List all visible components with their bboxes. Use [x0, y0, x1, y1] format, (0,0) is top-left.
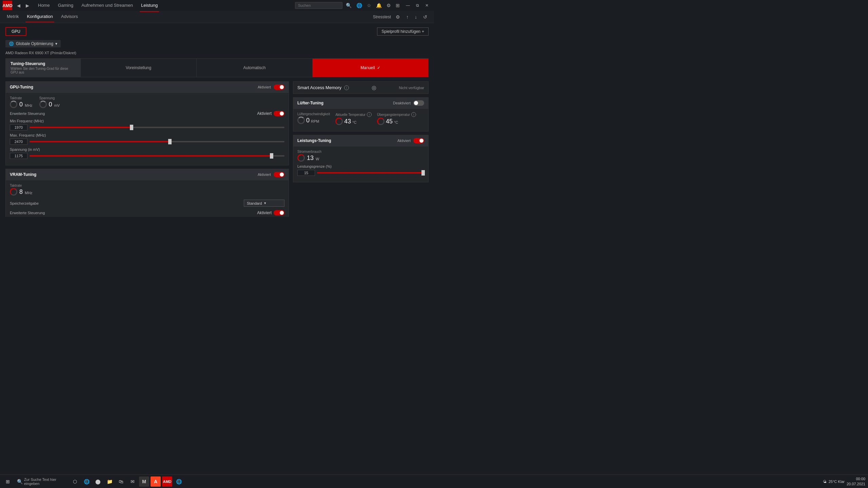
luefter-temp-value-row: 43 °C	[335, 118, 372, 125]
leistungs-status-label: Aktiviert	[397, 139, 411, 143]
luefter-temp-item: Aktuelle Temperatur i 43 °C	[335, 112, 372, 125]
luefter-speed-value: 0	[306, 117, 310, 124]
min-freq-track[interactable]	[29, 127, 284, 128]
maximize-button[interactable]: ⧉	[413, 2, 422, 8]
strom-gauge	[297, 154, 305, 162]
nav-back-button[interactable]: ◀	[15, 2, 22, 9]
tuning-check-icon: ✓	[377, 65, 380, 70]
vram-erweiterte-label: Erweiterte Steuerung	[10, 211, 45, 215]
leistungsgrenze-thumb[interactable]	[421, 170, 425, 176]
leistungsgrenze-slider-container: 15	[297, 170, 424, 176]
add-profile-icon: +	[422, 29, 424, 34]
tuning-manual-option[interactable]: Manuell ✓	[312, 59, 428, 77]
nav-aufnehmen[interactable]: Aufnehmen und Streamen	[80, 0, 134, 12]
gear-icon[interactable]: ⚙	[385, 2, 392, 9]
vram-taktrate-item: Taktrate 8 MHz	[10, 184, 33, 196]
max-freq-track[interactable]	[29, 141, 284, 142]
globe-icon[interactable]: 🌐	[355, 2, 363, 9]
grid-icon[interactable]: ⊞	[394, 2, 401, 9]
spannung-mv-row: Spannung (in mV) 1175	[10, 147, 284, 159]
leistungs-toggle[interactable]	[413, 138, 424, 143]
gpu-button[interactable]: GPU	[5, 27, 26, 36]
global-opt-row: 🌐 Globale Optimierung ▾	[5, 40, 429, 47]
gpu-tuning-body: Taktrate 0 MHz Spannung	[6, 93, 289, 165]
luefter-speed-gauge	[297, 117, 305, 124]
luefter-speed-label: Lüftergeschwindigkeit	[297, 112, 330, 116]
tab-advisors[interactable]: Advisors	[60, 11, 79, 22]
smart-access-memory-row: Smart Access Memory i ◎ Nicht verfügbar	[293, 81, 429, 94]
min-freq-label: Min Frequenz (MHz)	[10, 119, 284, 123]
max-freq-row: Max. Frequenz (MHz) 2470	[10, 133, 284, 145]
gpu-tuning-activate-label: Aktiviert	[258, 85, 271, 89]
spannung-mv-thumb[interactable]	[270, 153, 273, 159]
vram-taktrate-display: 8 MHz	[10, 188, 33, 196]
titlebar-right: 🔍 🌐 ☆ 🔔 ⚙ ⊞ — ⧉ ✕	[295, 2, 431, 9]
gpu-tuning-header-right: Aktiviert	[258, 84, 284, 90]
global-opt-label: Globale Optimierung	[16, 41, 53, 46]
tuning-preset-option[interactable]: Voreinstellung	[80, 59, 196, 77]
nav-leistung[interactable]: Leistung	[140, 0, 159, 12]
luefter-trans-gauge	[377, 118, 384, 125]
speicherzeitgabe-row: Speicherzeitgabe Standard ▾	[10, 198, 284, 208]
spannung-mv-track[interactable]	[29, 155, 284, 157]
stresstest-label: Stresstest	[373, 15, 391, 19]
close-button[interactable]: ✕	[422, 2, 431, 8]
luefter-body: Lüftergeschwindigkeit 0 RPM	[293, 109, 428, 131]
tuning-control-row: Tuning-Steuerung Wählen Sie den Tuning-G…	[5, 58, 429, 77]
max-freq-slider-container: 2470	[10, 139, 284, 145]
add-profile-label: Spielprofil hinzufügen	[381, 29, 420, 34]
search-icon[interactable]: 🔍	[344, 2, 353, 9]
gpu-tuning-toggle[interactable]	[274, 84, 284, 90]
window-controls: — ⧉ ✕	[403, 2, 431, 8]
luefter-tuning-card: Lüfter-Tuning Deaktiviert Lüftergeschwin…	[293, 97, 429, 131]
bell-icon[interactable]: 🔔	[375, 2, 383, 9]
erweiterte-steuerung-toggle[interactable]	[274, 111, 284, 116]
speicherzeitgabe-value: Standard	[247, 201, 262, 205]
taktrate-unit: MHz	[25, 103, 33, 107]
nav-gaming[interactable]: Gaming	[57, 0, 75, 12]
left-col: GPU-Tuning Aktiviert Taktrate	[5, 81, 289, 217]
nav-forward-button[interactable]: ▶	[24, 2, 31, 9]
star-icon[interactable]: ☆	[366, 2, 373, 9]
taktrate-gauge	[10, 101, 17, 108]
export-icon[interactable]: ↓	[413, 14, 418, 20]
vram-tuning-toggle[interactable]	[274, 172, 284, 177]
search-input[interactable]	[295, 2, 342, 9]
leistungs-header-right: Aktiviert	[397, 138, 424, 143]
vram-activate-label: Aktiviert	[258, 172, 271, 177]
tuning-auto-option[interactable]: Automatisch	[196, 59, 312, 77]
add-profile-button[interactable]: Spielprofil hinzufügen +	[377, 27, 429, 36]
vram-tuning-header: VRAM-Tuning Aktiviert	[6, 169, 289, 180]
import-icon[interactable]: ↑	[405, 14, 410, 20]
device-label: AMD Radeon RX 6900 XT (Primär/Diskret)	[5, 51, 429, 55]
erweiterte-activate-label: Aktiviert	[257, 111, 272, 116]
luefter-trans-value-row: 45 °C	[377, 118, 416, 125]
stresstest-icon[interactable]: ⚙	[394, 14, 401, 20]
main-columns: GPU-Tuning Aktiviert Taktrate	[5, 81, 429, 217]
vram-tuning-body: Taktrate 8 MHz Speicherzeitgabe	[6, 180, 289, 217]
refresh-icon[interactable]: ↺	[422, 14, 429, 20]
luefter-header-right: Deaktiviert	[393, 100, 424, 106]
globe-opt-icon: 🌐	[9, 41, 14, 46]
luefter-toggle[interactable]	[413, 100, 424, 106]
max-freq-thumb[interactable]	[168, 139, 172, 144]
tab-konfiguration[interactable]: Konfiguration	[25, 11, 54, 22]
erweiterte-steuerung-label: Erweiterte Steuerung	[10, 111, 45, 116]
vram-erweiterte-toggle[interactable]	[274, 210, 284, 216]
nav-home[interactable]: Home	[37, 0, 51, 12]
leistungsgrenze-track[interactable]	[317, 172, 424, 174]
gpu-selector-area: GPU Spielprofil hinzufügen +	[5, 27, 429, 36]
minimize-button[interactable]: —	[403, 2, 413, 8]
luefter-trans-info-icon[interactable]: i	[411, 112, 416, 117]
tab-metrik[interactable]: Metrik	[5, 11, 20, 22]
amd-logo: AMD	[3, 1, 12, 10]
sam-status: Nicht verfügbar	[399, 86, 424, 90]
luefter-temp-info-icon[interactable]: i	[367, 112, 372, 117]
tuning-label-box: Tuning-Steuerung Wählen Sie den Tuning-G…	[6, 59, 80, 77]
sam-info-icon[interactable]: i	[344, 85, 349, 90]
min-freq-thumb[interactable]	[130, 125, 133, 130]
global-opt-dropdown[interactable]: 🌐 Globale Optimierung ▾	[5, 40, 61, 47]
luefter-title: Lüfter-Tuning	[297, 101, 323, 105]
speicherzeitgabe-dropdown[interactable]: Standard ▾	[244, 200, 284, 207]
leistungsgrenze-row: Leistungsgrenze (%) 15	[297, 164, 424, 176]
